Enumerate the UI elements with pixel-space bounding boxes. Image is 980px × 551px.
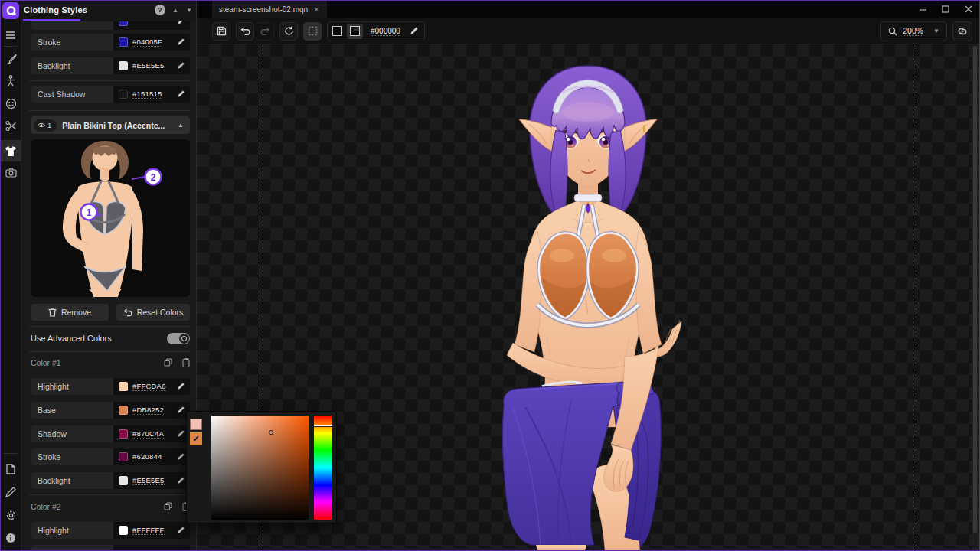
help-icon[interactable]: ? [155,5,165,15]
edit-pencil-icon[interactable] [177,477,185,484]
edit-pencil-icon[interactable] [177,38,185,46]
hex-value[interactable]: #DB8252 [132,406,164,415]
scissors-icon[interactable] [0,116,21,135]
zoom-level[interactable]: 200% [903,26,923,36]
save-button[interactable] [212,22,230,41]
color-swatch[interactable] [119,90,128,99]
edit-pencil-icon[interactable] [177,383,185,390]
collapse-all-icon[interactable]: ▲ [172,7,178,14]
saturation-value-square[interactable] [211,416,309,520]
canvas-toolbar: #000000 200% ▼ [197,18,980,44]
color-row: Backlight #E5E5E5 [31,57,190,74]
bg-transparent-swatch[interactable] [347,24,363,39]
marquee-icon [308,26,318,36]
reset-colors-button[interactable]: Reset Colors [116,304,190,321]
hex-value[interactable]: #FFCDA6 [132,382,166,391]
hue-slider[interactable] [314,416,332,520]
vertical-scrollbar[interactable] [972,44,978,551]
copy-icon[interactable] [164,358,172,367]
color-swatch[interactable] [119,476,128,485]
color-swatch[interactable] [119,21,128,26]
expand-all-icon[interactable]: ▼ [186,7,192,14]
body-icon[interactable] [0,71,21,91]
bg-solid-swatch[interactable] [329,24,345,39]
hue-slider-cursor[interactable] [313,425,333,427]
collapse-section-icon[interactable]: ▲ [178,122,184,129]
clothing-icon[interactable] [0,140,21,161]
choker [574,194,602,201]
reset-label: Reset Colors [137,308,184,317]
hex-value[interactable]: #E5E5E5 [132,61,165,70]
color-swatch[interactable] [119,429,128,439]
brush-icon[interactable] [0,49,21,69]
color-swatch[interactable] [119,406,128,415]
hex-value[interactable]: #E5E5E5 [132,476,165,485]
divider [29,351,190,352]
edit-pencil-icon[interactable] [177,453,185,461]
saturation-cursor[interactable] [269,430,273,435]
edit-pencil-icon[interactable] [177,62,185,70]
refresh-button[interactable] [279,22,298,41]
zoom-control[interactable]: 200% ▼ [880,21,947,41]
color-swatch[interactable] [119,382,128,391]
hex-value[interactable]: #870C4A [132,429,164,439]
row-label: Cast Shadow [31,86,113,103]
pencil-icon[interactable] [0,482,21,502]
color-swatch[interactable] [119,452,128,461]
hex-value[interactable]: #04005F [132,37,162,47]
marquee-select-button[interactable] [303,22,322,41]
checkmark-icon: ✓ [192,435,199,443]
edit-pencil-icon[interactable] [177,406,185,414]
edit-pencil-icon[interactable] [177,21,185,25]
edit-pencil-icon[interactable] [410,27,418,35]
color-swatch[interactable] [119,61,128,70]
redo-button[interactable] [256,22,274,41]
edit-pencil-icon[interactable] [177,430,185,438]
color-row: Highlight #FFFFFF [31,522,190,539]
face-icon[interactable] [0,93,21,113]
camera-icon[interactable] [0,162,21,182]
row-label: Base [31,402,113,419]
info-icon[interactable] [0,528,21,548]
app-logo[interactable] [2,2,19,19]
edit-pencil-icon[interactable] [177,527,185,534]
edit-pencil-icon[interactable] [177,90,185,98]
tab-close-icon[interactable]: ✕ [313,5,319,14]
item-title: Plain Bikini Top (Accente... [62,121,165,130]
settings-icon[interactable] [0,505,21,525]
document-tab[interactable]: steam-screenshot-02.mqn ✕ [212,0,327,18]
clipboard-icon[interactable] [182,358,190,367]
dropdown-caret-icon[interactable]: ▼ [933,28,939,34]
divider [29,326,190,327]
panel-title: Clothing Styles [24,5,87,15]
titlebar: steam-screenshot-02.mqn ✕ [197,0,980,18]
divider [29,80,190,81]
clothing-item-preview: 2 1 [31,139,190,297]
undo-icon [240,27,250,35]
hex-value[interactable]: #620844 [132,452,162,461]
bg-hex-value[interactable]: #000000 [371,27,400,36]
document-icon[interactable] [0,459,21,479]
advanced-colors-toggle[interactable] [167,333,190,344]
color-group-header: Color #2 [31,500,190,513]
copy-icon[interactable] [164,502,172,510]
hex-value[interactable]: #151515 [132,90,162,99]
hex-value[interactable]: #FFFFFF [132,526,165,535]
character-artwork[interactable] [498,47,685,551]
maximize-icon[interactable] [934,0,957,18]
undo-button[interactable] [236,22,254,41]
link-button[interactable] [952,21,972,41]
picker-swatch-base-selected[interactable]: ✓ [190,432,202,445]
menu-icon[interactable] [0,25,21,45]
remove-button[interactable]: Remove [31,304,109,321]
remove-label: Remove [61,308,91,317]
color-swatch[interactable] [119,37,128,47]
color-swatch[interactable] [119,526,128,535]
clothing-item-header[interactable]: 1 Plain Bikini Top (Accente... ▲ [31,116,190,134]
group-title: Color #1 [31,358,61,367]
minimize-icon[interactable] [911,0,934,18]
picker-swatch-highlight[interactable] [190,419,202,430]
scrollbar-thumb[interactable] [973,46,977,533]
color-row: Base #DB8252 [31,402,190,419]
close-icon[interactable] [957,0,980,18]
